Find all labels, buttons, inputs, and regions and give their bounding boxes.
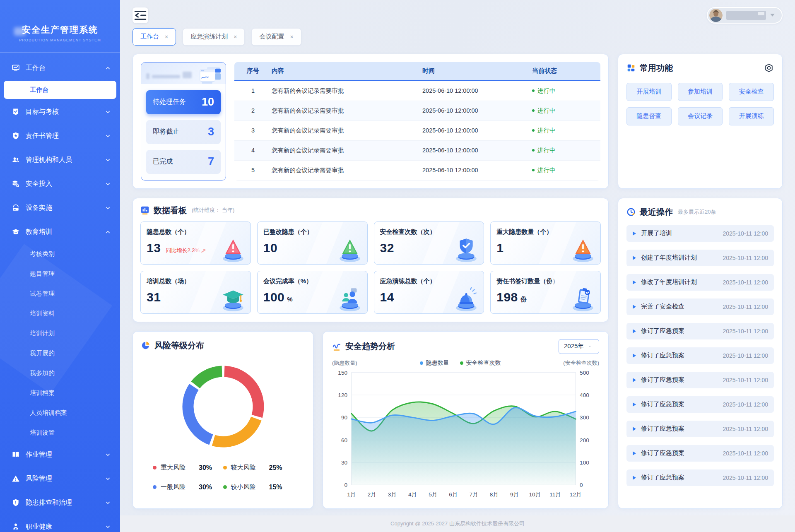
coins-icon <box>12 180 20 188</box>
row-content: 您有新的会议记录需要审批 <box>272 107 422 115</box>
sidebar-item-hazard[interactable]: 隐患排查和治理 <box>0 491 120 515</box>
panel-subtitle: (统计维度： 当年) <box>192 207 234 214</box>
recent-operation-label: 完善了安全检查 <box>641 303 684 311</box>
collapse-sidebar-button[interactable] <box>132 7 148 23</box>
quick-action-button[interactable]: 会议记录 <box>678 107 723 125</box>
sidebar-subitem[interactable]: 考核类别 <box>0 244 120 264</box>
sidebar-subitem[interactable]: 培训计划 <box>0 323 120 343</box>
recent-operation-item[interactable]: 修订了应急预案 2025-10-11 12:00 <box>626 421 774 437</box>
sidebar-subitem[interactable]: 我开展的 <box>0 343 120 363</box>
sidebar-item-goals[interactable]: 目标与考核 <box>0 100 120 124</box>
trend-legend-item: 隐患数量 <box>420 359 449 367</box>
svg-text:150: 150 <box>338 369 347 376</box>
sidebar-subitem[interactable]: 培训资料 <box>0 303 120 323</box>
panel-title: 风险等级分布 <box>154 340 204 351</box>
recent-operations-list: 开展了培训 2025-10-11 12:00 创建了年度培训计划 2025-10… <box>626 225 774 486</box>
recent-operation-time: 2025-10-11 12:00 <box>723 401 768 408</box>
redacted-username <box>726 11 766 20</box>
legend-item: 较大风险25% <box>223 464 294 472</box>
device-icon <box>12 204 20 212</box>
tab-close-icon[interactable]: × <box>165 34 168 40</box>
table-row[interactable]: 2 您有新的会议记录需要审批 2025-06-10 12:00:00 进行中 <box>234 101 600 121</box>
quick-action-button[interactable]: 隐患督查 <box>626 107 672 125</box>
task-summary-item[interactable]: 即将截止 3 <box>146 120 221 144</box>
table-row[interactable]: 4 您有新的会议记录需要审批 2025-06-10 12:00:00 进行中 <box>234 141 600 161</box>
tab[interactable]: 工作台 × <box>132 28 176 46</box>
arrow-up-icon <box>201 248 206 253</box>
sidebar-item-health[interactable]: 职业健康 <box>0 515 120 532</box>
stat-card-icon <box>568 236 598 262</box>
col-time: 时间 <box>422 67 532 75</box>
sidebar-subitem[interactable]: 我参加的 <box>0 363 120 383</box>
table-row[interactable]: 1 您有新的会议记录需要审批 2025-06-10 12:00:00 进行中 <box>234 81 600 101</box>
recent-operation-time: 2025-10-11 12:00 <box>723 230 768 237</box>
sidebar-subitem[interactable]: 人员培训档案 <box>0 403 120 423</box>
user-menu[interactable] <box>707 7 783 24</box>
row-no: 2 <box>234 107 272 114</box>
recent-operation-item[interactable]: 修订了应急预案 2025-10-11 12:00 <box>626 347 774 364</box>
divider <box>0 52 120 53</box>
tab-close-icon[interactable]: × <box>290 34 293 40</box>
quick-action-button[interactable]: 参加培训 <box>678 83 723 101</box>
task-summary-label: 即将截止 <box>153 128 179 136</box>
recent-operation-label: 修订了应急预案 <box>641 327 684 335</box>
recent-operation-item[interactable]: 开展了培训 2025-10-11 12:00 <box>626 225 774 242</box>
sidebar-menu: 工作台工作台目标与考核责任书管理管理机构和人员安全投入设备实施教育培训考核类别题… <box>0 56 120 532</box>
recent-operation-label: 修订了应急预案 <box>641 400 684 408</box>
clock-icon <box>626 207 636 217</box>
status-badge: 进行中 <box>532 166 600 174</box>
tab[interactable]: 应急演练计划 × <box>183 28 245 46</box>
stat-card-grid: 隐患总数（个） 13 同比增长2.3% 已整改隐患（个） <box>140 221 601 314</box>
charts-row: 风险等级分布 重大风险30%较大风险25%一般风险30%较小风险15% 安全趋势… <box>132 331 609 509</box>
task-summary-item[interactable]: 已完成 7 <box>146 150 221 174</box>
sidebar-subitem[interactable]: 培训档案 <box>0 383 120 403</box>
year-select[interactable]: 2025年 <box>559 339 599 354</box>
sidebar-item-org[interactable]: 管理机构和人员 <box>0 148 120 172</box>
sidebar-subitem[interactable]: 培训设置 <box>0 423 120 443</box>
recent-operation-item[interactable]: 创建了年度培训计划 2025-10-11 12:00 <box>626 250 774 266</box>
recent-operation-item[interactable]: 修订了应急预案 2025-10-11 12:00 <box>626 323 774 339</box>
task-summary-item[interactable]: 待处理任务 10 <box>146 90 221 114</box>
sidebar-subitem[interactable]: 试卷管理 <box>0 284 120 303</box>
quick-action-button[interactable]: 安全检查 <box>729 83 774 101</box>
recent-operation-item[interactable]: 修订了应急预案 2025-10-11 12:00 <box>626 469 774 486</box>
safety-trend-panel: 安全趋势分析 2025年 (隐患数量) 隐患数量安全检查次数 (安全检查次数) … <box>323 331 609 509</box>
quick-action-button[interactable]: 开展演练 <box>729 107 774 125</box>
sidebar-subitem[interactable]: 工作台 <box>4 81 116 99</box>
tab-close-icon[interactable]: × <box>234 34 237 40</box>
stat-card-label: 责任书签订数量（份） <box>496 277 595 285</box>
row-content: 您有新的会议记录需要审批 <box>272 166 422 174</box>
sidebar-item-workbench[interactable]: 工作台 <box>0 56 120 80</box>
app-subtitle: PRODUCTION MANAGEMENT SYSTEM <box>0 38 120 42</box>
recent-operation-item[interactable]: 修改了年度培训计划 2025-10-11 12:00 <box>626 274 774 291</box>
stat-card-value: 1 <box>496 241 504 255</box>
recent-operation-label: 修改了年度培训计划 <box>641 278 697 286</box>
table-row[interactable]: 3 您有新的会议记录需要审批 2025-06-10 12:00:00 进行中 <box>234 121 600 141</box>
sidebar-item-operations[interactable]: 作业管理 <box>0 443 120 467</box>
badge-icon <box>12 108 20 116</box>
sidebar-item-risk[interactable]: 风险管理 <box>0 467 120 491</box>
svg-text:0: 0 <box>344 482 348 488</box>
quick-action-button[interactable]: 开展培训 <box>626 83 672 101</box>
svg-text:300: 300 <box>580 414 589 421</box>
tab[interactable]: 会议配置 × <box>251 28 301 46</box>
panel-title: 最近操作 <box>640 207 673 218</box>
recent-operation-item[interactable]: 修订了应急预案 2025-10-11 12:00 <box>626 396 774 413</box>
sidebar-item-training[interactable]: 教育培训 <box>0 220 120 244</box>
stat-card: 安全检查次数（次） 32 <box>374 221 484 265</box>
recent-operation-label: 创建了年度培训计划 <box>641 254 697 262</box>
stat-card-label: 已整改隐患（个） <box>263 228 361 236</box>
grid-icon <box>626 63 636 72</box>
workspace-illustration <box>197 65 222 86</box>
sidebar-subitem[interactable]: 题目管理 <box>0 264 120 284</box>
settings-gear-icon[interactable] <box>764 63 774 73</box>
legend-label: 隐患数量 <box>426 359 449 367</box>
sidebar-item-investment[interactable]: 安全投入 <box>0 172 120 196</box>
sidebar-item-responsibility[interactable]: 责任书管理 <box>0 124 120 148</box>
recent-operation-item[interactable]: 完善了安全检查 2025-10-11 12:00 <box>626 298 774 315</box>
table-row[interactable]: 5 您有新的会议记录需要审批 2025-06-10 12:00:00 进行中 <box>234 161 600 181</box>
recent-operation-item[interactable]: 修订了应急预案 2025-10-11 12:00 <box>626 372 774 388</box>
sidebar-item-equipment[interactable]: 设备实施 <box>0 196 120 220</box>
recent-operation-label: 修订了应急预案 <box>641 376 684 384</box>
recent-operation-item[interactable]: 修订了应急预案 2025-10-11 12:00 <box>626 445 774 462</box>
